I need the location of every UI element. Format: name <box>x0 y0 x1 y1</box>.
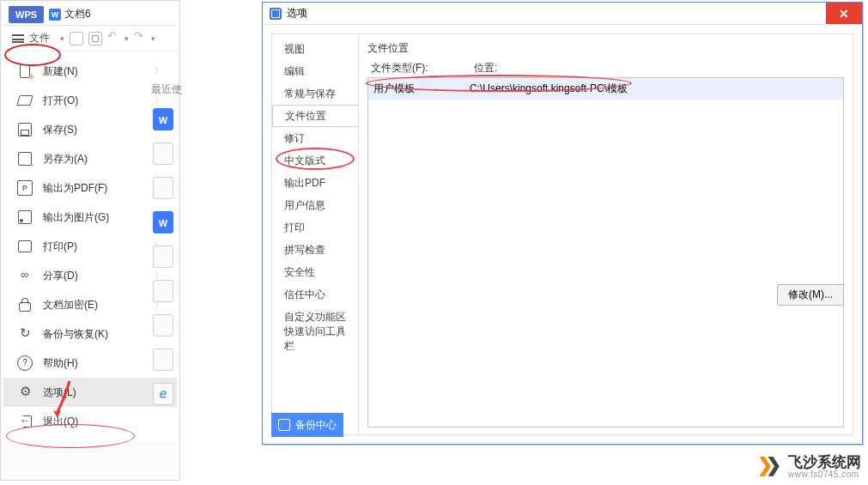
file-menu-item[interactable]: 新建(N)〉 <box>3 57 177 86</box>
options-dialog: 选项 ✕ 视图编辑常规与保存文件位置修订中文版式输出PDF用户信息打印拼写检查安… <box>262 2 863 445</box>
chevron-down-icon[interactable]: ▾ <box>60 34 64 43</box>
file-menu-label: 文档加密(E) <box>43 298 98 312</box>
hamburger-icon[interactable] <box>12 34 24 43</box>
backup-icon <box>17 326 33 342</box>
file-menu-button[interactable]: 文件 <box>29 31 50 45</box>
recent-doc-icon[interactable] <box>153 108 173 130</box>
file-menu-label: 输出为PDF(F) <box>43 181 107 196</box>
file-location-list[interactable]: 用户模板C:\Users\kingsoft.kingsoft-PC\模板 <box>367 77 844 427</box>
new-icon <box>17 64 33 79</box>
backup-center-label: 备份中心 <box>295 418 337 433</box>
file-menu-label: 帮助(H) <box>43 356 78 371</box>
wps-home-tab[interactable]: WPS <box>9 6 44 23</box>
category-item[interactable]: 安全性 <box>272 261 358 283</box>
category-item[interactable]: 中文版式 <box>272 149 358 172</box>
file-menu-label: 打印(P) <box>43 239 77 254</box>
modify-button[interactable]: 修改(M)... <box>777 284 844 306</box>
save-icon <box>17 122 33 137</box>
wps-tab-label: WPS <box>15 9 37 20</box>
quick-toolbar: 文件 ▾ ▾ ▾ <box>3 26 177 52</box>
category-item[interactable]: 信任中心 <box>272 283 358 306</box>
gear-icon <box>17 385 33 400</box>
doc-tab-label: 文档6 <box>64 7 91 21</box>
lock-icon <box>17 297 33 312</box>
pdf-icon <box>17 180 33 196</box>
dialog-titlebar: 选项 ✕ <box>263 3 862 25</box>
file-menu-label: 选项(L) <box>43 385 76 400</box>
close-button[interactable]: ✕ <box>826 3 862 24</box>
recent-doc-icon[interactable] <box>153 142 173 165</box>
redo-dropdown-icon[interactable]: ▾ <box>151 34 155 43</box>
file-menu-label: 退出(Q) <box>43 415 78 429</box>
category-item[interactable]: 文件位置 <box>272 105 359 127</box>
recent-header: 最近使 <box>151 82 182 97</box>
category-item[interactable]: 快速访问工具栏 <box>272 328 358 350</box>
backup-center-button[interactable]: 备份中心 <box>271 413 343 437</box>
chevron-right-icon: 〉 <box>155 65 163 77</box>
recent-doc-icon[interactable] <box>153 349 173 371</box>
section-title: 文件位置 <box>367 41 844 56</box>
recent-doc-icon[interactable] <box>153 177 173 199</box>
file-menu-label: 打开(O) <box>43 94 78 108</box>
share-icon <box>17 268 33 283</box>
category-list: 视图编辑常规与保存文件位置修订中文版式输出PDF用户信息打印拼写检查安全性信任中… <box>272 34 358 434</box>
category-item[interactable]: 视图 <box>272 38 358 60</box>
exit-icon <box>17 414 33 429</box>
col-location: 位置: <box>474 61 497 76</box>
help-icon <box>17 355 33 371</box>
watermark: 飞沙系统网 www.fs0745.com <box>756 454 861 480</box>
file-menu-label: 备份与恢复(K) <box>43 327 108 342</box>
col-filetype: 文件类型(F): <box>371 61 474 76</box>
row-location: C:\Users\kingsoft.kingsoft-PC\模板 <box>470 82 628 96</box>
save-icon[interactable] <box>70 32 83 45</box>
open-icon <box>17 93 33 108</box>
category-item[interactable]: 用户信息 <box>272 194 358 216</box>
row-type: 用户模板 <box>373 82 470 96</box>
app-tabstrip: WPS 文档6 <box>3 3 177 26</box>
category-item[interactable]: 常规与保存 <box>272 82 358 105</box>
category-item[interactable]: 编辑 <box>272 60 358 82</box>
img-icon <box>17 209 33 225</box>
undo-dropdown-icon[interactable]: ▾ <box>124 34 129 43</box>
file-menu-label: 另存为(A) <box>43 152 88 167</box>
watermark-icon <box>756 454 781 480</box>
category-item[interactable]: 打印 <box>272 216 358 239</box>
recent-doc-icon[interactable] <box>153 280 173 302</box>
category-item[interactable]: 修订 <box>272 127 358 149</box>
redo-icon[interactable] <box>134 32 146 45</box>
file-menu-label: 输出为图片(G) <box>43 210 109 225</box>
recent-doc-icon[interactable] <box>153 246 173 268</box>
document-tab[interactable]: 文档6 <box>49 7 91 21</box>
doc-icon <box>49 9 61 21</box>
print-icon[interactable] <box>88 32 102 45</box>
file-menu-label: 保存(S) <box>43 123 77 137</box>
recent-doc-icon[interactable] <box>153 314 173 336</box>
file-location-row[interactable]: 用户模板C:\Users\kingsoft.kingsoft-PC\模板 <box>368 78 843 100</box>
recent-doc-icon[interactable] <box>153 383 173 405</box>
app-icon <box>270 8 282 20</box>
watermark-brand: 飞沙系统网 <box>788 455 861 470</box>
file-menu-label: 新建(N) <box>43 64 78 79</box>
undo-icon[interactable] <box>107 32 119 45</box>
saveas-icon <box>17 151 33 167</box>
list-header: 文件类型(F): 位置: <box>367 61 844 77</box>
dialog-title-text: 选项 <box>287 6 307 21</box>
print-icon <box>17 239 33 254</box>
recent-docs-column <box>146 108 180 417</box>
category-item[interactable]: 输出PDF <box>272 172 358 194</box>
watermark-url: www.fs0745.com <box>788 470 861 479</box>
recent-doc-icon[interactable] <box>153 211 173 233</box>
file-menu-label: 分享(D) <box>43 269 78 283</box>
category-content: 文件位置 文件类型(F): 位置: 用户模板C:\Users\kingsoft.… <box>358 34 853 434</box>
category-item[interactable]: 拼写检查 <box>272 239 358 261</box>
